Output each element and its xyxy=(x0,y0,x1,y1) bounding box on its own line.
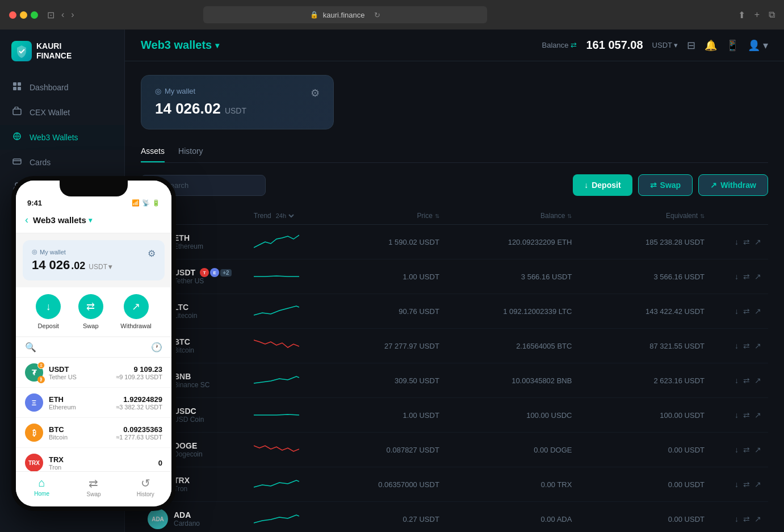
doge-balance: 0.00 DOGE xyxy=(439,446,572,454)
trend-select[interactable]: 24h xyxy=(274,212,296,220)
bell-icon[interactable]: 🔔 xyxy=(705,39,717,52)
browser-actions: ⬆ + ⧉ xyxy=(738,10,775,20)
trx-swap-icon[interactable]: ⇄ xyxy=(743,480,750,489)
currency-chevron[interactable]: ▾ xyxy=(674,41,678,49)
swap-button[interactable]: ⇄ Swap xyxy=(638,174,693,196)
ltc-swap-icon[interactable]: ⇄ xyxy=(743,307,750,316)
sidebar-item-label: CEX Wallet xyxy=(30,108,70,117)
phone-title-chevron[interactable]: ▾ xyxy=(89,216,92,224)
ada-symbol: ADA xyxy=(174,510,200,520)
security-icon: 🔒 xyxy=(310,11,318,19)
back-button[interactable]: ‹ xyxy=(61,10,64,20)
phone-wallet-settings-icon[interactable]: ⚙ xyxy=(148,248,156,259)
toolbar: 🔍 ↓ Deposit ⇄ Swap ↗ Withdraw xyxy=(141,174,768,196)
eth-withdraw-icon[interactable]: ↗ xyxy=(754,237,761,246)
doge-swap-icon[interactable]: ⇄ xyxy=(743,445,750,454)
btc-swap-icon[interactable]: ⇄ xyxy=(743,341,750,350)
btc-deposit-icon[interactable]: ↓ xyxy=(735,341,739,350)
trx-deposit-icon[interactable]: ↓ xyxy=(735,480,739,489)
phone-asset-item[interactable]: Ξ ETH Ethereum 1.92924829 ≈3 382.32 USDT xyxy=(16,388,171,418)
doge-withdraw-icon[interactable]: ↗ xyxy=(754,445,761,454)
usdc-equivalent: 100.00 USDT xyxy=(572,411,705,420)
phone-withdrawal-action[interactable]: ↗ Withdrawal xyxy=(120,294,151,329)
maximize-button[interactable] xyxy=(31,11,38,19)
table-row[interactable]: ₿ BTC Bitcoin 27 277.97 USDT 2.16564005 xyxy=(141,329,768,363)
withdraw-button[interactable]: ↗ Withdraw xyxy=(698,174,768,196)
url-display: kauri.finance xyxy=(323,11,365,19)
trx-withdraw-icon[interactable]: ↗ xyxy=(754,480,761,489)
phone-asset-item[interactable]: ₮ ₿ Ξ USDT Tether US 9 109.23 ≈9 109.23 … xyxy=(16,358,171,388)
logo: KAURIFINANCE xyxy=(0,41,124,75)
bnb-deposit-icon[interactable]: ↓ xyxy=(735,376,739,385)
tabs-icon[interactable]: ⧉ xyxy=(769,10,775,20)
usdt-trend xyxy=(254,268,333,285)
sidebar-item-cards[interactable]: Cards xyxy=(0,150,124,175)
col-equivalent[interactable]: Equivalent ⇅ xyxy=(572,212,705,220)
col-balance[interactable]: Balance ⇅ xyxy=(439,212,572,220)
phone-search-icon[interactable]: 🔍 xyxy=(25,342,36,353)
phone-asset-item[interactable]: TRX TRX Tron 0 xyxy=(16,448,171,471)
col-trend[interactable]: Trend 24h xyxy=(254,212,333,220)
table-row[interactable]: ADA ADA Cardano 0.27 USDT 0.00 ADA xyxy=(141,502,768,532)
phone-nav-history[interactable]: ↺ History xyxy=(120,476,171,497)
bnb-swap-icon[interactable]: ⇄ xyxy=(743,376,750,385)
usdt-swap-icon[interactable]: ⇄ xyxy=(743,272,750,281)
user-icon[interactable]: 👤 ▾ xyxy=(748,39,768,52)
bnb-symbol: BNB xyxy=(174,372,209,381)
phone-history-icon[interactable]: 🕐 xyxy=(151,342,162,353)
trx-actions: ↓ ⇄ ↗ xyxy=(705,480,761,489)
usdt-deposit-icon[interactable]: ↓ xyxy=(735,272,739,281)
phone-asset-item[interactable]: ₿ BTC Bitcoin 0.09235363 ≈1 277.63 USDT xyxy=(16,418,171,448)
eth-swap-icon[interactable]: ⇄ xyxy=(743,237,750,246)
table-row[interactable]: BNB BNB Binance SC 309.50 USDT 10.00345 xyxy=(141,363,768,398)
phone-deposit-action[interactable]: ↓ Deposit xyxy=(36,294,61,329)
ltc-deposit-icon[interactable]: ↓ xyxy=(735,307,739,316)
phone-icon[interactable]: 📱 xyxy=(726,39,739,52)
ada-swap-icon[interactable]: ⇄ xyxy=(743,514,750,523)
close-button[interactable] xyxy=(9,11,16,19)
btc-withdraw-icon[interactable]: ↗ xyxy=(754,341,761,350)
page-title-chevron[interactable]: ▾ xyxy=(215,41,219,50)
table-row[interactable]: ₮ ₿ USDT T E +2 xyxy=(141,259,768,294)
table-row[interactable]: $ USDC USD Coin 1.00 USDT 100.00 USDC xyxy=(141,398,768,433)
usdc-deposit-icon[interactable]: ↓ xyxy=(735,410,739,420)
ada-withdraw-icon[interactable]: ↗ xyxy=(754,514,761,523)
share-icon[interactable]: ⬆ xyxy=(738,10,745,20)
minimize-button[interactable] xyxy=(20,11,27,19)
svg-rect-1 xyxy=(18,82,21,86)
ada-deposit-icon[interactable]: ↓ xyxy=(735,514,739,523)
doge-deposit-icon[interactable]: ↓ xyxy=(735,445,739,454)
eth-deposit-icon[interactable]: ↓ xyxy=(735,237,739,246)
bnb-withdraw-icon[interactable]: ↗ xyxy=(754,376,761,385)
usdc-swap-icon[interactable]: ⇄ xyxy=(743,410,750,420)
table-row[interactable]: TRX TRX Tron 0.06357000 USDT 0.00 TRX xyxy=(141,467,768,502)
table-icon[interactable]: ⊟ xyxy=(687,39,695,52)
table-row[interactable]: ETH Ethereum 1 590.02 USDT 120.09232209 … xyxy=(141,225,768,259)
tab-history[interactable]: History xyxy=(178,143,203,162)
usdt-withdraw-icon[interactable]: ↗ xyxy=(754,272,761,281)
sidebar-item-dashboard[interactable]: Dashboard xyxy=(0,75,124,100)
sidebar-item-cex-wallet[interactable]: CEX Wallet xyxy=(0,100,124,125)
table-row[interactable]: Ð DOGE Dogecoin 0.087827 USDT 0.00 DOGE xyxy=(141,433,768,467)
phone-swap-action[interactable]: ⇄ Swap xyxy=(78,294,103,329)
new-tab-icon[interactable]: + xyxy=(754,10,760,20)
tab-assets[interactable]: Assets xyxy=(141,143,165,162)
forward-button[interactable]: › xyxy=(71,10,74,20)
address-bar[interactable]: 🔒 kauri.finance ↻ xyxy=(203,6,487,23)
table-row[interactable]: Ł LTC Litecoin 90.76 USDT 1 092.1200233 xyxy=(141,294,768,329)
phone-nav-home[interactable]: ⌂ Home xyxy=(16,476,68,497)
balance-icon: ⇄ xyxy=(571,41,577,49)
sidebar-toggle-icon[interactable]: ⊡ xyxy=(47,10,54,20)
usdc-symbol: USDC xyxy=(174,407,204,416)
sidebar-item-web3-wallets[interactable]: Web3 Wallets xyxy=(0,125,124,150)
reload-button[interactable]: ↻ xyxy=(374,11,380,19)
phone-eth-usd: ≈3 382.32 USDT xyxy=(116,404,162,410)
phone-back-icon[interactable]: ‹ xyxy=(25,214,28,226)
phone-nav-swap[interactable]: ⇄ Swap xyxy=(68,476,119,497)
col-price[interactable]: Price ⇅ xyxy=(333,212,439,220)
wallet-settings-icon[interactable]: ⚙ xyxy=(311,87,320,99)
usdc-withdraw-icon[interactable]: ↗ xyxy=(754,410,761,420)
ltc-withdraw-icon[interactable]: ↗ xyxy=(754,307,761,316)
search-input[interactable] xyxy=(165,181,257,190)
deposit-button[interactable]: ↓ Deposit xyxy=(573,174,632,196)
